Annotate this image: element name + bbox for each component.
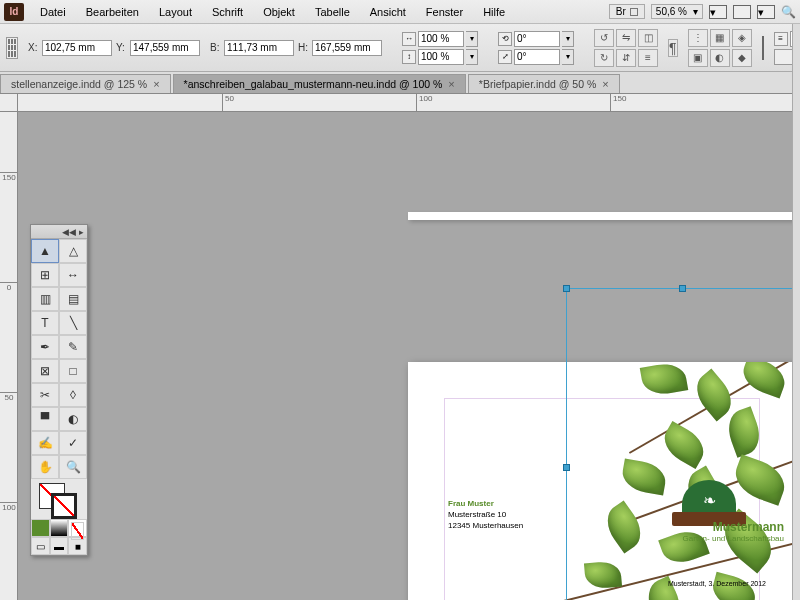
document-tabs: stellenanzeige.indd @ 125 %× *anschreibe…: [0, 72, 800, 94]
scale-y-field[interactable]: [418, 49, 464, 65]
direct-selection-tool[interactable]: △: [59, 239, 87, 263]
menu-tabelle[interactable]: Tabelle: [305, 2, 360, 22]
preview-view-icon[interactable]: ▬: [50, 537, 69, 555]
ruler-vertical[interactable]: 0 50 100 150: [0, 112, 18, 600]
textwrap-icon[interactable]: ▦: [710, 29, 730, 47]
arrange-icon[interactable]: ▾: [757, 5, 775, 19]
recipient-city: 12345 Musterhausen: [448, 520, 523, 531]
effects-icons: ⋮▦◈ ▣◐◆: [688, 29, 752, 67]
selection-frame[interactable]: [566, 288, 800, 600]
menu-schrift[interactable]: Schrift: [202, 2, 253, 22]
rotate-ccw-icon[interactable]: ↺: [594, 29, 614, 47]
reference-point[interactable]: [6, 37, 18, 59]
scissors-tool[interactable]: ✂: [31, 383, 59, 407]
ruler-corner[interactable]: [0, 94, 18, 112]
scale-x-dropdown[interactable]: ▾: [466, 31, 478, 47]
menu-objekt[interactable]: Objekt: [253, 2, 305, 22]
line-tool[interactable]: ╲: [59, 311, 87, 335]
y-field[interactable]: [130, 40, 200, 56]
content-collector-tool[interactable]: ▥: [31, 287, 59, 311]
close-icon[interactable]: ×: [602, 78, 608, 90]
menu-bar: Id Datei Bearbeiten Layout Schrift Objek…: [0, 0, 800, 24]
search-icon[interactable]: 🔍: [781, 5, 796, 19]
rectangle-frame-tool[interactable]: ⊠: [31, 359, 59, 383]
tab-anschreiben[interactable]: *anschreiben_galabau_mustermann-neu.indd…: [173, 74, 466, 93]
corner-icon[interactable]: ◈: [732, 29, 752, 47]
pencil-tool[interactable]: ✎: [59, 335, 87, 359]
menu-hilfe[interactable]: Hilfe: [473, 2, 515, 22]
h-label: H:: [298, 42, 310, 53]
close-icon[interactable]: ×: [448, 78, 454, 90]
bridge-button[interactable]: Br: [609, 4, 645, 19]
close-icon[interactable]: ×: [153, 78, 159, 90]
stroke-weight-icon: ≡: [774, 32, 788, 46]
handle-mid-left[interactable]: [563, 464, 570, 471]
rotate-dropdown[interactable]: ▾: [562, 31, 574, 47]
menu-fenster[interactable]: Fenster: [416, 2, 473, 22]
note-tool[interactable]: ✍: [31, 431, 59, 455]
page-tool[interactable]: ⊞: [31, 263, 59, 287]
stroke-swatch[interactable]: [51, 493, 77, 519]
tab-stellenanzeige[interactable]: stellenanzeige.indd @ 125 %×: [0, 74, 171, 93]
pen-tool[interactable]: ✒: [31, 335, 59, 359]
opacity-icon[interactable]: ◐: [710, 49, 730, 67]
rotate-icon: ⟲: [498, 32, 512, 46]
paragraph-icon[interactable]: ¶: [668, 39, 678, 57]
zoom-level[interactable]: 50,6 %▾: [651, 4, 703, 19]
content-placer-tool[interactable]: ▤: [59, 287, 87, 311]
panel-dock[interactable]: [792, 24, 800, 600]
shear-icon: ⤢: [498, 50, 512, 64]
menu-bearbeiten[interactable]: Bearbeiten: [76, 2, 149, 22]
gradient-feather-tool[interactable]: ◐: [59, 407, 87, 431]
fill-stroke-swatch[interactable]: [762, 36, 764, 60]
tab-briefpapier[interactable]: *Briefpapier.indd @ 50 %×: [468, 74, 620, 93]
screen-mode-icon[interactable]: [733, 5, 751, 19]
toolbox-header[interactable]: ◀◀ ▸: [31, 225, 87, 239]
shear-field[interactable]: [514, 49, 560, 65]
gap-tool[interactable]: ↔: [59, 263, 87, 287]
x-label: X:: [28, 42, 40, 53]
pathfinder-icon[interactable]: ◫: [638, 29, 658, 47]
toolbox-panel[interactable]: ◀◀ ▸ ▲ △ ⊞ ↔ ▥ ▤ T ╲ ✒ ✎ ⊠ □ ✂ ◊ ▀ ◐ ✍ ✓…: [30, 224, 88, 556]
hand-tool[interactable]: ✋: [31, 455, 59, 479]
gradient-swatch-tool[interactable]: ▀: [31, 407, 59, 431]
free-transform-tool[interactable]: ◊: [59, 383, 87, 407]
x-field[interactable]: [42, 40, 112, 56]
apply-color-icon[interactable]: [31, 519, 50, 537]
menu-layout[interactable]: Layout: [149, 2, 202, 22]
eyedropper-tool[interactable]: ✓: [59, 431, 87, 455]
width-field[interactable]: [224, 40, 294, 56]
shear-dropdown[interactable]: ▾: [562, 49, 574, 65]
view-mode-icon[interactable]: ▾: [709, 5, 727, 19]
normal-view-icon[interactable]: ▭: [31, 537, 50, 555]
rectangle-tool[interactable]: □: [59, 359, 87, 383]
rotate-cw-icon[interactable]: ↻: [594, 49, 614, 67]
align-icon[interactable]: ≡: [638, 49, 658, 67]
control-bar: X: Y: B: H: ↔▾ ↕▾ ⟲▾ ⤢▾ ↺⇋◫ ↻⇵≡ ¶ ⋮▦◈ ▣◐…: [0, 24, 800, 72]
scale-y-dropdown[interactable]: ▾: [466, 49, 478, 65]
address-block: Frau Muster Musterstraße 10 12345 Muster…: [448, 498, 523, 532]
ruler-horizontal[interactable]: 50 100 150 200: [18, 94, 800, 112]
fill-stroke-swatches[interactable]: [31, 479, 87, 519]
app-icon: Id: [4, 3, 24, 21]
page-edge: [408, 212, 796, 220]
menu-ansicht[interactable]: Ansicht: [360, 2, 416, 22]
handle-top-left[interactable]: [563, 285, 570, 292]
fit-icon[interactable]: ▣: [688, 49, 708, 67]
apply-gradient-icon[interactable]: [50, 519, 69, 537]
recipient-name: Frau Muster: [448, 498, 523, 509]
handle-top-mid[interactable]: [679, 285, 686, 292]
drop-icon[interactable]: ◆: [732, 49, 752, 67]
flip-v-icon[interactable]: ⇵: [616, 49, 636, 67]
scale-x-field[interactable]: [418, 31, 464, 47]
zoom-tool[interactable]: 🔍: [59, 455, 87, 479]
height-field[interactable]: [312, 40, 382, 56]
type-tool[interactable]: T: [31, 311, 59, 335]
recipient-street: Musterstraße 10: [448, 509, 523, 520]
fx-icon[interactable]: ⋮: [688, 29, 708, 47]
rotate-field[interactable]: [514, 31, 560, 47]
menu-datei[interactable]: Datei: [30, 2, 76, 22]
apply-none-icon[interactable]: [68, 519, 87, 537]
selection-tool[interactable]: ▲: [31, 239, 59, 263]
flip-h-icon[interactable]: ⇋: [616, 29, 636, 47]
